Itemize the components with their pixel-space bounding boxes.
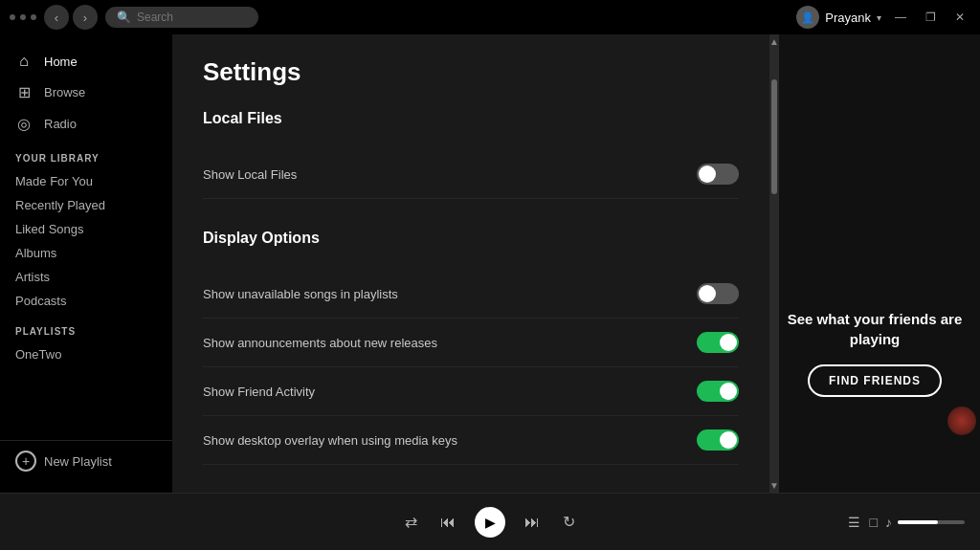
- watermark-logo: [947, 407, 976, 435]
- browse-icon: ⊞: [15, 83, 33, 101]
- local-files-section-title: Local Files: [203, 110, 739, 135]
- content-area: Settings Local Files Show Local Files Di…: [172, 34, 769, 493]
- new-releases-label: Show announcements about new releases: [203, 336, 437, 350]
- setting-row-desktop-overlay: Show desktop overlay when using media ke…: [203, 416, 739, 465]
- toggle-slider: [697, 164, 739, 185]
- volume-icon: ♪: [885, 515, 892, 530]
- main-layout: ⌂ Home ⊞ Browse ◎ Radio YOUR LIBRARY Mad…: [0, 34, 980, 493]
- titlebar-left: ‹ › 🔍: [10, 5, 258, 30]
- titlebar-nav: ‹ ›: [44, 5, 98, 30]
- scroll-down-icon[interactable]: ▼: [769, 478, 781, 493]
- desktop-overlay-toggle[interactable]: [697, 429, 739, 451]
- sidebar-item-liked-songs[interactable]: Liked Songs: [0, 217, 172, 241]
- sidebar: ⌂ Home ⊞ Browse ◎ Radio YOUR LIBRARY Mad…: [0, 34, 172, 493]
- library-section-title: YOUR LIBRARY: [0, 140, 172, 169]
- right-panel-friends: See what your friends are playing FIND F…: [785, 309, 965, 397]
- nav-back-button[interactable]: ‹: [44, 5, 69, 30]
- shuffle-button[interactable]: ⇄: [401, 509, 421, 535]
- player-icons: ☰ □: [848, 515, 878, 530]
- scrollbar-body: [771, 51, 777, 476]
- titlebar-right: 👤 Prayank ▾ — ❐ ✕: [796, 6, 970, 29]
- devices-button[interactable]: □: [870, 515, 878, 530]
- previous-button[interactable]: ⏮: [436, 510, 459, 535]
- unavailable-songs-toggle[interactable]: [697, 283, 739, 304]
- display-options-section-title: Display Options: [203, 230, 739, 254]
- volume-slider[interactable]: [898, 520, 965, 524]
- minimize-button[interactable]: —: [889, 9, 912, 26]
- sidebar-item-albums[interactable]: Albums: [0, 241, 172, 265]
- player-center: ⇄ ⏮ ▶ ⏭ ↻: [401, 507, 579, 538]
- right-panel: ▲ ▼ See what your friends are playing FI…: [769, 34, 980, 493]
- sidebar-item-home-label: Home: [44, 55, 78, 69]
- search-icon: 🔍: [117, 11, 131, 24]
- player-bar: ⇄ ⏮ ▶ ⏭ ↻ ☰ □ ♪: [0, 493, 980, 550]
- toggle-slider: [697, 429, 739, 451]
- friends-text: See what your friends are playing: [785, 309, 965, 349]
- sidebar-bottom: + New Playlist: [0, 440, 172, 481]
- restore-button[interactable]: ❐: [920, 9, 942, 26]
- scrollbar-thumb: [771, 79, 777, 194]
- setting-row-show-local-files: Show Local Files: [203, 150, 739, 199]
- new-playlist-label: New Playlist: [44, 454, 112, 469]
- user-area: 👤 Prayank ▾: [796, 6, 881, 29]
- new-releases-toggle[interactable]: [697, 332, 739, 353]
- sidebar-item-playlist-onetwo[interactable]: OneTwo: [0, 342, 172, 366]
- dot-3: [31, 14, 36, 20]
- search-bar[interactable]: 🔍: [105, 7, 258, 28]
- sidebar-item-recently-played[interactable]: Recently Played: [0, 193, 172, 217]
- sidebar-item-browse[interactable]: ⊞ Browse: [0, 77, 172, 108]
- sidebar-item-made-for-you[interactable]: Made For You: [0, 169, 172, 193]
- setting-row-friend-activity: Show Friend Activity: [203, 367, 739, 416]
- sidebar-item-radio-label: Radio: [44, 117, 77, 131]
- settings-title: Settings: [203, 57, 739, 87]
- close-button[interactable]: ✕: [949, 9, 970, 26]
- friend-activity-toggle[interactable]: [697, 381, 739, 402]
- volume-fill: [898, 520, 938, 524]
- nav-forward-button[interactable]: ›: [73, 5, 98, 30]
- toggle-slider: [697, 332, 739, 353]
- radio-icon: ◎: [15, 115, 33, 133]
- avatar: 👤: [796, 6, 819, 29]
- setting-row-unavailable-songs: Show unavailable songs in playlists: [203, 270, 739, 319]
- play-pause-button[interactable]: ▶: [475, 507, 505, 538]
- desktop-overlay-label: Show desktop overlay when using media ke…: [203, 433, 457, 448]
- titlebar: ‹ › 🔍 👤 Prayank ▾ — ❐ ✕: [0, 0, 980, 34]
- new-playlist-button[interactable]: + New Playlist: [15, 451, 112, 472]
- sidebar-item-radio[interactable]: ◎ Radio: [0, 108, 172, 140]
- sidebar-item-podcasts[interactable]: Podcasts: [0, 289, 172, 313]
- sidebar-item-browse-label: Browse: [44, 85, 85, 99]
- friend-activity-label: Show Friend Activity: [203, 385, 315, 399]
- scroll-up-icon[interactable]: ▲: [769, 34, 781, 49]
- sidebar-item-artists[interactable]: Artists: [0, 265, 172, 289]
- setting-row-new-releases: Show announcements about new releases: [203, 319, 739, 367]
- dot-2: [20, 14, 26, 20]
- titlebar-dots: [10, 14, 36, 20]
- volume-control: ♪: [885, 515, 965, 530]
- plus-icon: +: [15, 451, 36, 472]
- settings-container: Settings Local Files Show Local Files Di…: [172, 34, 769, 493]
- user-icon: 👤: [801, 11, 814, 24]
- toggle-slider: [697, 381, 739, 402]
- repeat-button[interactable]: ↻: [559, 509, 579, 535]
- unavailable-songs-label: Show unavailable songs in playlists: [203, 287, 398, 301]
- chevron-down-icon: ▾: [877, 12, 881, 23]
- window-controls: — ❐ ✕: [889, 9, 970, 26]
- player-right: ☰ □ ♪: [773, 515, 965, 530]
- scrollbar-track: ▲ ▼: [769, 34, 779, 493]
- search-input[interactable]: [137, 11, 247, 24]
- playlists-section-title: PLAYLISTS: [0, 313, 172, 342]
- find-friends-button[interactable]: FIND FRIENDS: [808, 364, 942, 397]
- show-local-files-toggle[interactable]: [697, 164, 739, 185]
- toggle-slider: [697, 283, 739, 304]
- dot-1: [10, 14, 15, 20]
- queue-button[interactable]: ☰: [848, 515, 860, 530]
- show-local-files-label: Show Local Files: [203, 167, 297, 182]
- next-button[interactable]: ⏭: [521, 510, 544, 535]
- sidebar-item-home[interactable]: ⌂ Home: [0, 46, 172, 77]
- home-icon: ⌂: [15, 53, 33, 70]
- user-name: Prayank: [825, 11, 871, 25]
